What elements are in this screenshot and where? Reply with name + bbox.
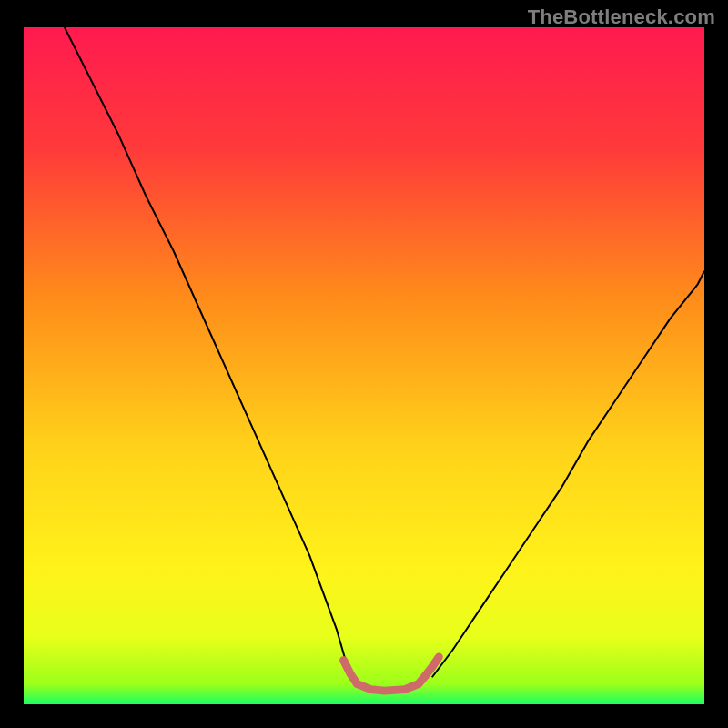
watermark-text: TheBottleneck.com — [528, 5, 715, 29]
plot-frame — [24, 27, 704, 704]
chart-container: TheBottleneck.com — [0, 0, 728, 728]
gradient-background — [24, 27, 704, 704]
plot-svg — [24, 27, 704, 704]
